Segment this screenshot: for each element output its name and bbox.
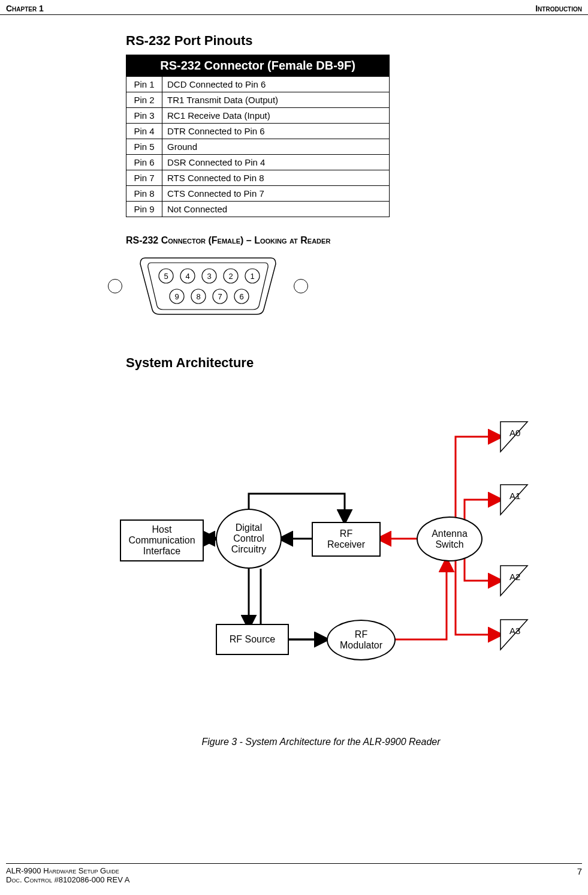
svg-text:2: 2 [228,272,233,281]
table-row: Pin 7RTS Connected to Pin 8 [126,170,390,186]
block-antenna-switch: Antenna Switch [417,516,483,561]
table-row: Pin 1DCD Connected to Pin 6 [126,77,390,92]
section-title-pinouts: RS-232 Port Pinouts [126,33,516,49]
block-host-comm: Host Communication Interface [120,519,204,561]
table-row: Pin 9Not Connected [126,202,390,217]
pin-cell: Pin 5 [126,139,162,155]
svg-text:5: 5 [164,272,168,281]
block-rf-receiver: RF Receiver [312,522,381,557]
footer-title: ALR-9900 Hardware Setup Guide [6,866,129,875]
svg-text:1: 1 [250,272,254,281]
svg-text:6: 6 [239,292,243,301]
architecture-diagram: Host Communication Interface Digital Con… [120,389,539,701]
pin-cell: Pin 6 [126,155,162,170]
pin-cell: Pin 2 [126,92,162,108]
header-section: Introduction [535,4,582,13]
page-number: 7 [577,866,582,884]
table-row: Pin 4DTR Connected to Pin 6 [126,124,390,139]
pinout-table: RS-232 Connector (Female DB-9F) Pin 1DCD… [126,55,390,217]
block-rf-source: RF Source [216,624,289,655]
footer-doc-control: Doc. Control #8102086-000 REV A [6,875,129,884]
pin-cell: Pin 8 [126,186,162,202]
pin-cell: Pin 7 [126,170,162,186]
table-row: Pin 5Ground [126,139,390,155]
db9-connector-figure: 54321 9876 [108,253,516,319]
desc-cell: Not Connected [162,202,390,217]
section-title-architecture: System Architecture [126,355,516,371]
desc-cell: Ground [162,139,390,155]
svg-text:8: 8 [196,292,200,301]
svg-text:4: 4 [185,272,189,281]
desc-cell: RC1 Receive Data (Input) [162,108,390,124]
screw-icon [294,279,308,293]
pin-cell: Pin 3 [126,108,162,124]
svg-text:7: 7 [218,292,222,301]
desc-cell: CTS Connected to Pin 7 [162,186,390,202]
pin-cell: Pin 1 [126,77,162,92]
pin-cell: Pin 9 [126,202,162,217]
page-header: Chapter 1 Introduction [0,0,588,15]
table-row: Pin 6DSR Connected to Pin 4 [126,155,390,170]
desc-cell: DCD Connected to Pin 6 [162,77,390,92]
svg-text:9: 9 [174,292,179,301]
block-rf-modulator: RF Modulator [327,620,396,660]
table-row: Pin 8CTS Connected to Pin 7 [126,186,390,202]
desc-cell: DTR Connected to Pin 6 [162,124,390,139]
connector-subheading: RS-232 Connector (Female) – Looking at R… [126,235,516,246]
desc-cell: RTS Connected to Pin 8 [162,170,390,186]
antenna-label-a0: A0 [509,428,520,438]
pinout-table-header: RS-232 Connector (Female DB-9F) [126,55,390,77]
desc-cell: DSR Connected to Pin 4 [162,155,390,170]
block-digital-control: Digital Control Circuitry [216,509,282,569]
table-row: Pin 3RC1 Receive Data (Input) [126,108,390,124]
figure-caption: Figure 3 - System Architecture for the A… [126,737,516,747]
db9-connector-icon: 54321 9876 [133,253,283,319]
page-footer: ALR-9900 Hardware Setup Guide Doc. Contr… [6,863,582,884]
screw-icon [108,279,122,293]
antenna-label-a1: A1 [509,491,520,501]
pin-cell: Pin 4 [126,124,162,139]
table-row: Pin 2TR1 Transmit Data (Output) [126,92,390,108]
header-chapter: Chapter 1 [6,4,44,13]
svg-text:3: 3 [207,272,211,281]
desc-cell: TR1 Transmit Data (Output) [162,92,390,108]
antenna-label-a2: A2 [509,572,520,582]
antenna-label-a3: A3 [509,626,520,636]
